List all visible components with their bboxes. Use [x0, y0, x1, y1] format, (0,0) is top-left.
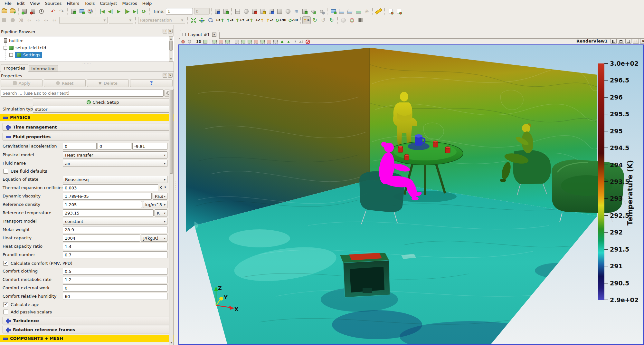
vcr-next-button[interactable]: |▶ — [123, 7, 131, 15]
vcr-loop-button[interactable]: ⟳ — [140, 7, 148, 15]
extract-filter-button[interactable] — [275, 7, 284, 15]
axes-grid-button[interactable]: ✳ — [363, 7, 371, 15]
view-minus-x-button[interactable]: ↑-X — [225, 16, 235, 24]
edit-color-map-button[interactable] — [78, 7, 86, 15]
menu-view[interactable]: View — [27, 0, 43, 6]
shrink-selection-button[interactable] — [266, 39, 272, 44]
tab-information[interactable]: Information — [29, 65, 58, 72]
section-physics[interactable]: PHYSICS — [0, 114, 174, 121]
menu-catalyst[interactable]: Catalyst — [97, 0, 119, 6]
properties-close-button[interactable]: ✖ — [168, 73, 173, 78]
pipeline-item-source[interactable]: − setup-tcfd.tcfd — [4, 44, 46, 51]
pipeline-item-builtin[interactable]: builtin: — [4, 37, 24, 44]
select-cells-rect-button[interactable] — [212, 39, 217, 44]
calculate-age-checkbox[interactable]: ✔ — [3, 302, 8, 307]
disconnect-server-button[interactable] — [29, 7, 37, 15]
rotate-90-cw-button[interactable]: ↻+90 — [274, 16, 287, 24]
frame-input[interactable] — [194, 8, 210, 14]
comfort-clothing-input[interactable] — [63, 268, 167, 275]
section-components-mesh[interactable]: COMPONENTS + MESH — [0, 335, 174, 342]
probe-location-button[interactable] — [286, 39, 291, 44]
glyph-sphere-button[interactable] — [309, 7, 317, 15]
render-viewport[interactable]: X Y Z 3.0e+02 296.5 296 295.5 295 294.5 … — [178, 44, 644, 345]
close-tab-icon[interactable]: ✖ — [212, 33, 216, 37]
python-shell-button[interactable] — [395, 7, 403, 15]
reference-density-input[interactable] — [63, 201, 142, 208]
vcr-previous-button[interactable]: ◀| — [106, 7, 115, 15]
clip-filter-button[interactable] — [250, 7, 259, 15]
component-select[interactable]: ▾ — [109, 17, 133, 24]
calculate-comfort-checkbox[interactable]: ✔ — [3, 261, 8, 266]
threshold-filter-button[interactable] — [267, 7, 275, 15]
temperature-unit-select[interactable]: K▾ — [155, 209, 167, 216]
toggle-3d-button[interactable]: 3D — [196, 39, 202, 44]
menu-edit[interactable]: Edit — [14, 0, 27, 6]
rescale-visible-button[interactable]: ⇔ — [50, 16, 59, 24]
reference-temperature-input[interactable] — [63, 209, 154, 216]
zoom-to-box-button[interactable] — [206, 16, 214, 24]
redo-button[interactable]: ↷ — [57, 7, 66, 15]
rescale-custom-range-button[interactable]: ⇔ — [33, 16, 42, 24]
menu-sources[interactable]: Sources — [43, 0, 64, 6]
open-file-button[interactable] — [0, 7, 8, 15]
comfort-external-work-input[interactable] — [63, 284, 167, 292]
pipeline-item-settings[interactable]: − Settings — [9, 52, 42, 58]
color-by-select[interactable]: ▾ — [59, 17, 108, 24]
transport-model-select[interactable]: constant▾ — [63, 218, 167, 225]
save-data-button[interactable] — [8, 7, 17, 15]
add-camera-link-button[interactable] — [222, 7, 230, 15]
view-plus-x-button[interactable]: +X↑ — [214, 16, 225, 24]
vcr-first-button[interactable]: |◀ — [98, 7, 106, 15]
select-frustum-cells-button[interactable] — [225, 39, 230, 44]
group-rotation-reference-frames[interactable]: Rotation reference frames — [3, 326, 170, 333]
pick-rotation-center-button[interactable]: ↺ — [319, 16, 327, 24]
menu-help[interactable]: Help — [140, 0, 155, 6]
delete-button[interactable]: ✖Delete — [87, 79, 129, 87]
slice-filter-button[interactable] — [259, 7, 267, 15]
check-setup-button[interactable]: Check Setup — [33, 98, 173, 106]
split-horizontal-button[interactable] — [611, 39, 617, 44]
abort-render-button[interactable] — [305, 39, 310, 44]
undo-button[interactable]: ↶ — [49, 7, 57, 15]
interaction-mode-button[interactable] — [348, 16, 356, 24]
select-polygon-button[interactable] — [234, 39, 240, 44]
hover-points-button[interactable]: ·? — [292, 39, 298, 44]
reset-button[interactable]: Reset — [44, 79, 86, 87]
vcr-play-button[interactable]: ▶ — [115, 7, 123, 15]
menu-file[interactable]: File — [2, 0, 14, 6]
prandtl-number-input[interactable] — [63, 251, 167, 258]
close-view-button[interactable]: ✖ — [640, 39, 644, 44]
show-rotation-center-button[interactable]: ↻ — [311, 16, 319, 24]
menu-filters[interactable]: Filters — [64, 0, 82, 6]
connect-server-button[interactable] — [20, 7, 29, 15]
hover-cells-button[interactable]: ∠? — [298, 39, 304, 44]
pick-center-button[interactable] — [279, 39, 285, 44]
adjust-camera-button[interactable] — [356, 16, 365, 24]
solid-color-button[interactable] — [0, 16, 8, 24]
group-fluid-properties[interactable]: Fluid properties — [3, 133, 170, 140]
view-minus-z-button[interactable]: ↑-Z — [265, 16, 274, 24]
gravity-z-input[interactable] — [132, 143, 167, 150]
edit-colormap-button[interactable] — [8, 16, 17, 24]
representation-select[interactable]: Representation▾ — [138, 17, 185, 24]
collapse-expander-icon[interactable]: − — [9, 53, 13, 57]
time-input[interactable] — [166, 8, 193, 14]
bar-chart-view-button[interactable] — [346, 7, 354, 15]
select-block-button[interactable] — [241, 39, 246, 44]
center-axes-toggle[interactable]: ↑👁 — [302, 16, 311, 24]
screenshot-button[interactable] — [203, 39, 208, 44]
calculator-filter-button[interactable] — [233, 7, 242, 15]
menu-macros[interactable]: Macros — [120, 0, 140, 6]
properties-float-button[interactable]: ❐ — [163, 73, 167, 78]
ruler-button[interactable] — [374, 7, 383, 15]
tab-properties[interactable]: Properties — [1, 64, 28, 72]
menu-tools[interactable]: Tools — [82, 0, 97, 6]
maximize-view-button[interactable] — [625, 39, 631, 44]
split-vertical-button[interactable] — [618, 39, 624, 44]
apply-button[interactable]: Apply — [1, 79, 43, 87]
view-plus-y-button[interactable]: ↑+Y — [235, 16, 245, 24]
dynamic-viscosity-input[interactable] — [63, 193, 152, 200]
zoom-to-data-button[interactable] — [198, 16, 206, 24]
group-datasets-button[interactable] — [317, 7, 326, 15]
color-palette-button[interactable] — [86, 7, 94, 15]
